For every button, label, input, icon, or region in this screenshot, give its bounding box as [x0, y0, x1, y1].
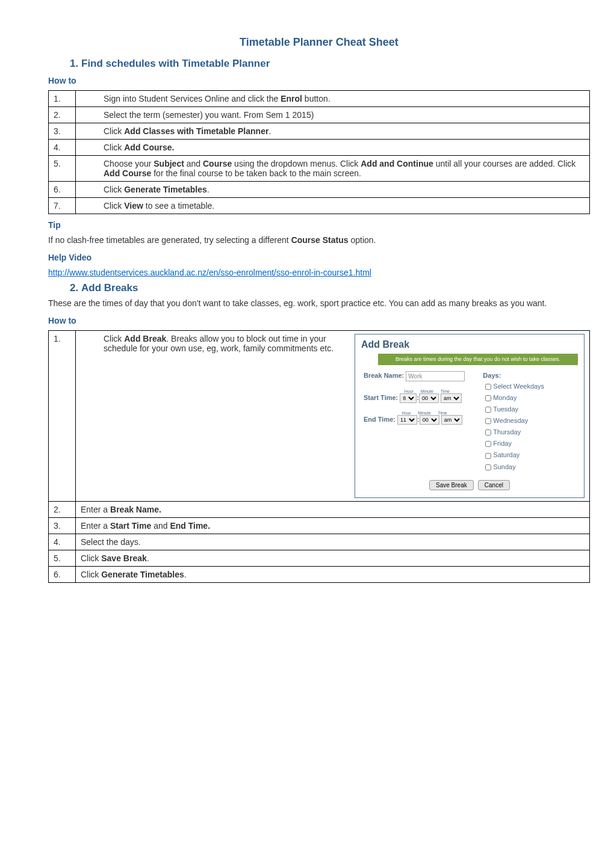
day-checkbox-saturday[interactable]: [485, 453, 491, 459]
day-label: Monday: [493, 394, 516, 401]
day-label: Thursday: [493, 428, 521, 436]
section-2-steps-table: 1. Click Add Break. Breaks allow you to …: [48, 330, 590, 583]
step-num: 3.: [49, 123, 76, 140]
day-checkbox-thursday[interactable]: [485, 429, 491, 436]
help-video-link[interactable]: http://www.studentservices.auckland.ac.n…: [48, 268, 371, 277]
hour-minilabel-2: Hour: [397, 411, 415, 415]
save-break-button[interactable]: Save Break: [429, 480, 474, 490]
step-num: 6.: [49, 566, 76, 582]
day-label: Sunday: [493, 463, 515, 470]
days-label: Days:: [483, 371, 544, 380]
step-text: Click Add Course.: [81, 143, 585, 152]
table-row: 4.Click Add Course.: [49, 140, 590, 156]
start-ampm-select[interactable]: am: [441, 393, 462, 403]
time-minilabel: Time: [436, 389, 454, 393]
step-num: 4.: [49, 140, 76, 156]
days-column: Days: Select Weekdays Monday Tuesday Wed…: [483, 371, 544, 474]
step-text: Click Save Break.: [81, 553, 585, 563]
start-time-row: Start Time: HourMinuteTime 8:00 am: [364, 386, 465, 403]
table-row: 4.Select the days.: [49, 534, 590, 550]
step-text: Click Generate Timetables.: [81, 185, 585, 194]
step-num: 7.: [49, 198, 76, 214]
day-label: Wednesday: [493, 417, 528, 424]
help-video-label: Help Video: [48, 253, 590, 262]
step-num: 2.: [49, 107, 76, 123]
day-label: Friday: [493, 440, 512, 447]
table-row: 1.Sign into Student Services Online and …: [49, 91, 590, 107]
minute-minilabel-2: Minute: [415, 411, 433, 415]
day-label: Select Weekdays: [493, 383, 544, 390]
document-page: Timetable Planner Cheat Sheet Find sched…: [0, 0, 614, 625]
step-text: Click Add Classes with Timetable Planner…: [81, 126, 585, 136]
table-row: 6.Click Generate Timetables.: [49, 182, 590, 198]
start-minute-select[interactable]: 00: [419, 393, 439, 403]
break-name-label: Break Name:: [364, 372, 404, 379]
step-num: 1.: [49, 91, 76, 107]
section-1-steps-table: 1.Sign into Student Services Online and …: [48, 90, 590, 214]
step-text: Enter a Start Time and End Time.: [81, 521, 585, 531]
step-num: 2.: [49, 501, 76, 517]
step-num: 4.: [49, 534, 76, 550]
break-name-input[interactable]: [406, 371, 465, 381]
end-hour-select[interactable]: 11: [397, 415, 417, 425]
day-checkbox-monday[interactable]: [485, 395, 491, 401]
time-minilabel-2: Time: [433, 411, 451, 415]
table-row: 2.Select the term (semester) you want. F…: [49, 107, 590, 123]
section-1-heading: Find schedules with Timetable Planner: [81, 58, 270, 69]
day-checkbox-wednesday[interactable]: [485, 418, 491, 424]
hour-minilabel: Hour: [400, 389, 418, 393]
step-text: Click Generate Timetables.: [81, 570, 585, 579]
panel-banner: Breaks are times during the day that you…: [378, 354, 578, 365]
step-text: Click View to see a timetable.: [81, 201, 585, 211]
table-row: 3.Enter a Start Time and End Time.: [49, 517, 590, 534]
add-break-panel: Add Break Breaks are times during the da…: [355, 334, 585, 498]
start-hour-select[interactable]: 8: [400, 393, 417, 403]
day-checkbox-sunday[interactable]: [485, 464, 491, 470]
day-checkbox-weekdays[interactable]: [485, 384, 491, 390]
page-title: Timetable Planner Cheat Sheet: [48, 36, 590, 49]
end-time-label: End Time:: [364, 415, 395, 422]
table-row: 7.Click View to see a timetable.: [49, 198, 590, 214]
break-name-row: Break Name:: [364, 371, 465, 381]
tip-text: If no clash-free timetables are generate…: [48, 235, 590, 247]
day-label: Tuesday: [493, 405, 518, 413]
table-row: 6.Click Generate Timetables.: [49, 566, 590, 582]
step-num: 3.: [49, 517, 76, 534]
end-time-row: End Time: HourMinuteTime 11:00 am: [364, 408, 465, 425]
table-row: 5.Choose your Subject and Course using t…: [49, 156, 590, 182]
day-checkbox-friday[interactable]: [485, 441, 491, 447]
step-num: 5.: [49, 550, 76, 566]
table-row: 5.Click Save Break.: [49, 550, 590, 566]
minute-minilabel: Minute: [418, 389, 436, 393]
step-text: Select the term (semester) you want. Fro…: [81, 110, 585, 120]
howto-label-1: How to: [48, 76, 590, 85]
day-checkbox-tuesday[interactable]: [485, 407, 491, 413]
end-minute-select[interactable]: 00: [420, 415, 439, 425]
end-ampm-select[interactable]: am: [441, 415, 462, 425]
cancel-button[interactable]: Cancel: [478, 480, 510, 490]
start-time-label: Start Time:: [364, 393, 398, 401]
section-2: Add Breaks: [81, 282, 590, 294]
panel-title: Add Break: [361, 339, 578, 350]
table-row: 2.Enter a Break Name.: [49, 501, 590, 517]
step-text: Enter a Break Name.: [81, 505, 585, 514]
step-text: Select the days.: [81, 537, 585, 547]
step-text: Sign into Student Services Online and cl…: [81, 94, 585, 103]
step-num: 1.: [49, 330, 76, 501]
step-text: Choose your Subject and Course using the…: [81, 159, 585, 178]
step-num: 5.: [49, 156, 76, 182]
step-num: 6.: [49, 182, 76, 198]
table-row: 3.Click Add Classes with Timetable Plann…: [49, 123, 590, 140]
panel-form-left: Break Name: Start Time: HourMinuteTime 8…: [364, 371, 465, 474]
howto-label-2: How to: [48, 316, 590, 325]
step-text: Click Add Break. Breaks allow you to blo…: [81, 334, 349, 353]
section-2-intro: These are the times of day that you don'…: [48, 298, 590, 310]
tip-label: Tip: [48, 220, 590, 230]
section-1: Find schedules with Timetable Planner: [81, 58, 590, 70]
section-2-heading: Add Breaks: [81, 282, 138, 294]
day-label: Saturday: [493, 451, 519, 458]
table-row: 1. Click Add Break. Breaks allow you to …: [49, 330, 590, 501]
